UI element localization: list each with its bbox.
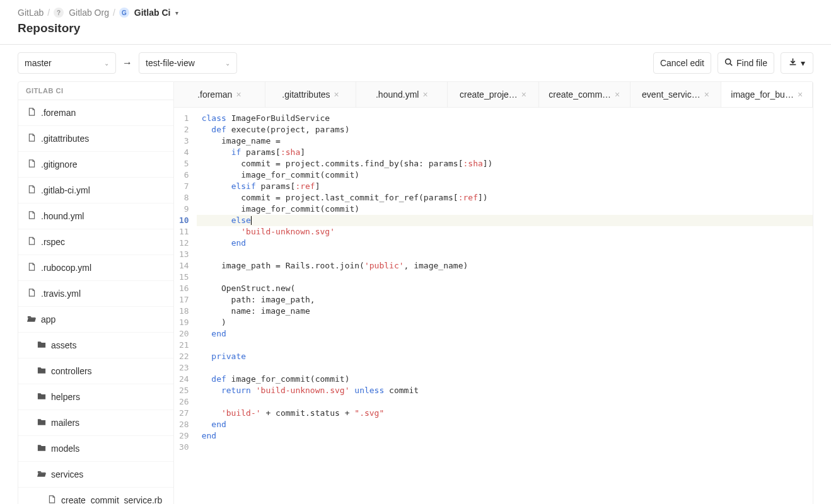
code-line[interactable]: image_path = Rails.root.join('public', i… (197, 260, 813, 272)
code-line[interactable]: image_for_commit(commit) (197, 203, 813, 215)
svg-line-1 (730, 64, 732, 66)
tree-folder[interactable]: controllers (18, 358, 173, 384)
line-number: 6 (177, 169, 192, 181)
code-line[interactable]: return 'build-unknown.svg' unless commit (197, 385, 813, 396)
file-icon (27, 159, 36, 169)
code-line[interactable]: image_name = (197, 135, 813, 147)
line-number: 25 (177, 385, 192, 396)
tree-file[interactable]: .hound.yml (18, 203, 173, 229)
tree-folder[interactable]: models (18, 436, 173, 462)
file-icon (27, 289, 36, 299)
code-line[interactable]: private (197, 351, 813, 362)
editor-tab[interactable]: create_comm…× (539, 82, 631, 107)
tree-file[interactable]: .rspec (18, 229, 173, 255)
file-tree-sidebar: GITLAB CI .foreman.gitattributes.gitigno… (18, 81, 174, 504)
find-file-button[interactable]: Find file (718, 52, 774, 74)
code-line[interactable] (197, 340, 813, 351)
tree-item-label: helpers (51, 392, 80, 402)
editor-tab[interactable]: event_servic…× (631, 82, 722, 107)
editor-tab[interactable]: .gitattributes× (265, 82, 357, 107)
code-line[interactable]: ) (197, 317, 813, 328)
line-number: 29 (177, 430, 192, 442)
code-line[interactable]: 'build-unknown.svg' (197, 226, 813, 238)
editor-tab[interactable]: image_for_bu…× (721, 82, 813, 107)
tree-item-label: controllers (51, 366, 92, 376)
tree-item-label: create_commit_service.rb (61, 495, 162, 504)
tree-file[interactable]: .gitignore (18, 152, 173, 178)
page-title: Repository (18, 21, 813, 35)
line-number: 18 (177, 306, 192, 317)
chevron-down-icon[interactable]: ▾ (175, 9, 178, 16)
code-line[interactable]: OpenStruct.new( (197, 283, 813, 294)
code-line[interactable]: end (197, 238, 813, 249)
tree-item-label: models (51, 444, 79, 454)
tree-item-label: mailers (51, 418, 79, 428)
code-line[interactable]: def image_for_commit(commit) (197, 374, 813, 385)
code-line[interactable] (197, 249, 813, 260)
tree-folder[interactable]: app (18, 307, 173, 333)
download-icon (789, 58, 797, 68)
code-line[interactable]: 'build-' + commit.status + ".svg" (197, 408, 813, 419)
code-line[interactable]: path: image_path, (197, 294, 813, 306)
code-line[interactable]: def execute(project, params) (197, 124, 813, 135)
close-icon[interactable]: × (704, 89, 709, 100)
editor-tab[interactable]: .hound.yml× (356, 82, 448, 107)
code-line[interactable]: commit = project.commits.find_by(sha: pa… (197, 158, 813, 169)
tree-file[interactable]: .travis.yml (18, 281, 173, 307)
line-number: 13 (177, 249, 192, 260)
code-line[interactable]: commit = project.last_commit_for_ref(par… (197, 192, 813, 203)
tree-folder[interactable]: assets (18, 333, 173, 358)
target-select[interactable]: test-file-view ⌄ (139, 52, 237, 74)
close-icon[interactable]: × (798, 89, 803, 100)
tree-folder[interactable]: helpers (18, 384, 173, 410)
code-line[interactable] (197, 442, 813, 453)
code-line[interactable]: else (197, 215, 813, 226)
line-number: 4 (177, 147, 192, 158)
line-number: 28 (177, 419, 192, 430)
breadcrumb-org[interactable]: Gitlab Org (69, 8, 109, 18)
editor-tab[interactable]: create_proje…× (448, 82, 539, 107)
tab-label: .hound.yml (376, 89, 419, 100)
download-button[interactable]: ▾ (781, 52, 813, 74)
tree-item-label: .gitlab-ci.yml (41, 185, 90, 195)
branch-select[interactable]: master ⌄ (18, 52, 116, 74)
tree-folder[interactable]: mailers (18, 410, 173, 436)
code-line[interactable]: end (197, 328, 813, 340)
code-line[interactable]: image_for_commit(commit) (197, 169, 813, 181)
code-line[interactable] (197, 396, 813, 408)
cancel-edit-button[interactable]: Cancel edit (653, 52, 711, 74)
code-line[interactable] (197, 362, 813, 374)
close-icon[interactable]: × (615, 89, 620, 100)
editor-tab[interactable]: .foreman× (174, 82, 265, 107)
code-line[interactable]: elsif params[:ref] (197, 181, 813, 192)
breadcrumb-root[interactable]: GitLab (18, 8, 44, 18)
line-number: 23 (177, 362, 192, 374)
breadcrumb-project[interactable]: Gitlab Ci (134, 8, 171, 18)
close-icon[interactable]: × (334, 89, 339, 100)
tree-item-label: .hound.yml (41, 211, 84, 221)
code-line[interactable]: end (197, 419, 813, 430)
close-icon[interactable]: × (521, 89, 526, 100)
code-line[interactable]: class ImageForBuildService (197, 113, 813, 124)
tree-file[interactable]: .rubocop.yml (18, 255, 173, 281)
caret-down-icon: ▾ (801, 58, 805, 68)
line-number: 21 (177, 340, 192, 351)
folder-icon (37, 392, 46, 402)
line-number: 5 (177, 158, 192, 169)
tree-folder[interactable]: services (18, 462, 173, 488)
tree-file[interactable]: create_commit_service.rb (18, 488, 173, 504)
code-line[interactable]: if params[:sha] (197, 147, 813, 158)
tree-file[interactable]: .foreman (18, 100, 173, 126)
tree-file[interactable]: .gitlab-ci.yml (18, 178, 173, 203)
code-line[interactable]: name: image_name (197, 306, 813, 317)
code-line[interactable]: end (197, 430, 813, 442)
page-header: GitLab / ? Gitlab Org / G Gitlab Ci ▾ Re… (0, 0, 831, 45)
tree-file[interactable]: .gitattributes (18, 126, 173, 152)
close-icon[interactable]: × (236, 89, 241, 100)
code-line[interactable] (197, 272, 813, 283)
folder-icon (37, 366, 46, 376)
code-editor[interactable]: 1234567891011121314151617181920212223242… (174, 108, 813, 458)
tree-item-label: .rubocop.yml (41, 263, 91, 273)
close-icon[interactable]: × (422, 89, 427, 100)
tab-label: image_for_bu… (731, 89, 794, 100)
